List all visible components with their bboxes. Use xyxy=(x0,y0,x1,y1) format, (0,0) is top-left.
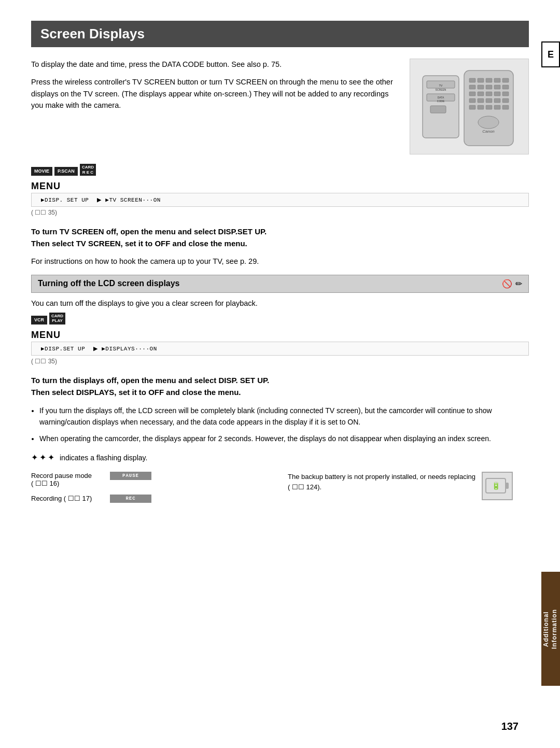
menu-item-1b: ▶TV SCREEN···ON xyxy=(105,196,161,203)
section-heading-text: Turning off the LCD screen displays xyxy=(38,279,180,288)
svg-text:CODE: CODE xyxy=(437,100,445,103)
menu-arrow-2a: ▶DISP.SET UP xyxy=(41,345,85,352)
flash-star-2: ✦ xyxy=(39,453,46,462)
info-row-2: Recording ( ☐☐ 17) REC xyxy=(31,495,272,503)
badge-pscan: P.SCAN xyxy=(54,167,78,176)
top-para1: To display the date and time, press the … xyxy=(31,59,399,70)
svg-rect-14 xyxy=(469,85,475,89)
svg-rect-17 xyxy=(494,85,500,89)
menu-section-1: MENU ▶DISP. SET UP ▶ ▶TV SCREEN···ON ( ☐… xyxy=(31,181,529,216)
svg-rect-29 xyxy=(469,105,475,109)
top-text: To display the date and time, press the … xyxy=(31,59,399,154)
bold-instruction-1: To turn TV SCREEN off, open the menu and… xyxy=(31,225,529,250)
page-title: Screen Displays xyxy=(40,26,520,42)
flashing-text: indicates a flashing display. xyxy=(60,454,147,462)
sidebar-tab-e: E xyxy=(541,41,560,67)
svg-rect-11 xyxy=(486,78,492,82)
badge-card-play: CARD PLAY xyxy=(49,313,65,324)
sidebar-tab-label: E xyxy=(548,49,554,60)
hook-instruction: For instructions on how to hook the came… xyxy=(31,257,529,265)
svg-rect-27 xyxy=(494,98,500,103)
pencil-icon: ✏ xyxy=(515,279,522,289)
flash-star-3: ✦ xyxy=(48,453,54,462)
info-row-3: The backup battery is not properly insta… xyxy=(288,472,529,500)
remote-illustration: TV SCREEN DATA CODE xyxy=(410,59,529,154)
svg-text:DATA: DATA xyxy=(438,96,444,99)
bullet-list: If you turn the displays off, the LCD sc… xyxy=(31,405,529,444)
svg-rect-26 xyxy=(486,98,492,103)
svg-rect-28 xyxy=(502,98,509,103)
bullet-item-2: When operating the camcorder, the displa… xyxy=(39,433,529,445)
svg-rect-33 xyxy=(502,105,509,109)
menu-page-ref-2: ( ☐☐ 35) xyxy=(31,358,529,365)
section-heading-icons: 🚫 ✏ xyxy=(502,279,522,289)
svg-rect-19 xyxy=(469,92,475,96)
svg-rect-30 xyxy=(478,105,484,109)
svg-rect-9 xyxy=(469,78,475,82)
bottom-info-section: Record pause mode ( ☐☐ 16) PAUSE Recordi… xyxy=(31,472,529,510)
menu-page-ref-1: ( ☐☐ 35) xyxy=(31,209,529,216)
main-content: Screen Displays To display the date and … xyxy=(31,21,529,727)
svg-rect-13 xyxy=(502,78,509,82)
menu-word-2: MENU xyxy=(31,330,529,341)
svg-rect-18 xyxy=(502,85,509,89)
svg-rect-15 xyxy=(478,85,484,89)
bottom-right: The backup battery is not properly insta… xyxy=(288,472,529,510)
svg-rect-12 xyxy=(494,78,500,82)
mode-badges-1: MOVIE P.SCAN CARD R E C xyxy=(31,164,529,176)
svg-rect-7 xyxy=(430,106,446,113)
svg-text:TV: TV xyxy=(439,84,442,87)
battery-icon: 🔋 xyxy=(482,472,513,500)
svg-rect-31 xyxy=(486,105,492,109)
svg-rect-37 xyxy=(506,483,509,489)
section-heading-bar: Turning off the LCD screen displays 🚫 ✏ xyxy=(31,275,529,293)
svg-rect-21 xyxy=(486,92,492,96)
rec-badge: REC xyxy=(110,495,151,503)
svg-text:🔋: 🔋 xyxy=(492,482,501,490)
top-section: To display the date and time, press the … xyxy=(31,59,529,154)
menu-row-1: ▶DISP. SET UP ▶ ▶TV SCREEN···ON xyxy=(31,193,529,207)
svg-text:SCREEN: SCREEN xyxy=(436,88,446,91)
svg-rect-32 xyxy=(494,105,500,109)
svg-rect-23 xyxy=(502,92,509,96)
display-off-instruction: To turn the displays off, open the menu … xyxy=(31,374,529,399)
top-para2: Press the wireless controller's TV SCREE… xyxy=(31,76,399,111)
sidebar-additional: AdditionalInformation xyxy=(541,572,560,686)
menu-item-2b: ▶DISPLAYS····ON xyxy=(102,345,157,352)
svg-rect-16 xyxy=(486,85,492,89)
badge-movie: MOVIE xyxy=(31,167,52,176)
info-row-1: Record pause mode ( ☐☐ 16) PAUSE xyxy=(31,472,272,487)
mode-badges-2: VCR CARD PLAY xyxy=(31,313,529,324)
svg-rect-20 xyxy=(478,92,484,96)
svg-rect-22 xyxy=(494,92,500,96)
battery-svg: 🔋 xyxy=(484,474,510,498)
menu-section-2: MENU ▶DISP.SET UP ▶ ▶DISPLAYS····ON ( ☐☐… xyxy=(31,330,529,365)
no-icon: 🚫 xyxy=(502,279,512,289)
svg-rect-25 xyxy=(478,98,484,103)
bullet-item-1: If you turn the displays off, the LCD sc… xyxy=(39,405,529,428)
playback-intro: You can turn off the displays to give yo… xyxy=(31,299,529,307)
svg-rect-10 xyxy=(478,78,484,82)
sidebar-additional-text: AdditionalInformation xyxy=(542,609,558,649)
flashing-icon: ✦ ✦ ✦ xyxy=(31,453,54,462)
remote-svg: TV SCREEN DATA CODE xyxy=(417,65,521,148)
menu-word-1: MENU xyxy=(31,181,529,192)
menu-row-2: ▶DISP.SET UP ▶ ▶DISPLAYS····ON xyxy=(31,342,529,356)
pause-badge: PAUSE xyxy=(110,472,151,480)
info-row-1-label: Record pause mode ( ☐☐ 16) xyxy=(31,472,104,487)
flash-star-1: ✦ xyxy=(31,453,38,462)
info-row-2-label: Recording ( ☐☐ 17) xyxy=(31,495,104,502)
info-row-3-text: The backup battery is not properly insta… xyxy=(288,472,475,492)
menu-chevron-2: ▶ xyxy=(93,345,97,352)
menu-chevron-1: ▶ xyxy=(97,196,101,203)
badge-vcr: VCR xyxy=(31,316,47,324)
flashing-note: ✦ ✦ ✦ indicates a flashing display. xyxy=(31,453,529,462)
svg-point-35 xyxy=(478,116,499,129)
info-row-1-left: Record pause mode ( ☐☐ 16) xyxy=(31,472,104,487)
badge-card-rec: CARD R E C xyxy=(80,164,96,176)
svg-text:Canon: Canon xyxy=(482,129,495,134)
svg-rect-24 xyxy=(469,98,475,103)
bottom-left: Record pause mode ( ☐☐ 16) PAUSE Recordi… xyxy=(31,472,272,510)
menu-arrow-1a: ▶DISP. SET UP xyxy=(41,196,89,203)
page-container: E AdditionalInformation 137 Screen Displ… xyxy=(0,0,560,748)
